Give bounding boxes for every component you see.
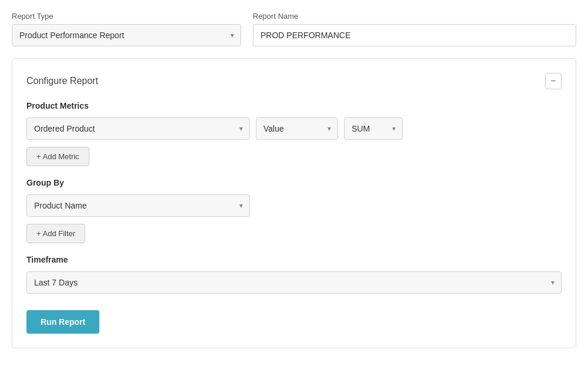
group-by-row: Product Name ▾ bbox=[26, 194, 562, 217]
group-by-select-wrapper: Product Name ▾ bbox=[26, 194, 250, 217]
timeframe-select-wrapper: Last 7 Days ▾ bbox=[26, 271, 562, 294]
report-type-label: Report Type bbox=[12, 12, 241, 21]
sum-select-wrapper: SUM ▾ bbox=[344, 117, 403, 140]
add-filter-label: + Add Filter bbox=[36, 229, 75, 238]
metric-row: Ordered Product ▾ Value ▾ SUM ▾ bbox=[26, 117, 562, 140]
panel-header: Configure Report − bbox=[26, 73, 562, 89]
timeframe-section: Timeframe Last 7 Days ▾ bbox=[26, 255, 562, 294]
add-filter-button[interactable]: + Add Filter bbox=[26, 224, 85, 243]
configure-report-panel: Configure Report − Product Metrics Order… bbox=[12, 58, 576, 348]
timeframe-label: Timeframe bbox=[26, 255, 562, 264]
report-name-input[interactable] bbox=[253, 24, 576, 46]
group-by-select[interactable]: Product Name bbox=[26, 194, 250, 217]
report-name-label: Report Name bbox=[253, 12, 576, 21]
group-by-section: Group By Product Name ▾ + Add Filter bbox=[26, 178, 562, 243]
report-type-field: Report Type Product Performance Report ▾ bbox=[12, 12, 241, 46]
product-metrics-label: Product Metrics bbox=[26, 101, 562, 110]
ordered-product-select[interactable]: Ordered Product bbox=[26, 117, 250, 140]
run-report-label: Run Report bbox=[41, 317, 85, 327]
panel-title: Configure Report bbox=[26, 76, 98, 86]
collapse-button[interactable]: − bbox=[545, 73, 562, 89]
timeframe-select[interactable]: Last 7 Days bbox=[26, 271, 562, 294]
group-by-label: Group By bbox=[26, 178, 562, 187]
value-select-wrapper: Value ▾ bbox=[256, 117, 338, 140]
sum-select[interactable]: SUM bbox=[344, 117, 403, 140]
add-metric-button[interactable]: + Add Metric bbox=[26, 147, 89, 166]
add-metric-label: + Add Metric bbox=[36, 152, 79, 161]
report-name-field: Report Name bbox=[253, 12, 576, 46]
run-report-button[interactable]: Run Report bbox=[26, 310, 99, 334]
collapse-icon: − bbox=[550, 76, 556, 86]
ordered-product-select-wrapper: Ordered Product ▾ bbox=[26, 117, 250, 140]
value-select[interactable]: Value bbox=[256, 117, 338, 140]
report-type-select[interactable]: Product Performance Report bbox=[12, 24, 241, 46]
report-type-select-wrapper: Product Performance Report ▾ bbox=[12, 24, 241, 46]
product-metrics-section: Product Metrics Ordered Product ▾ Value … bbox=[26, 101, 562, 166]
